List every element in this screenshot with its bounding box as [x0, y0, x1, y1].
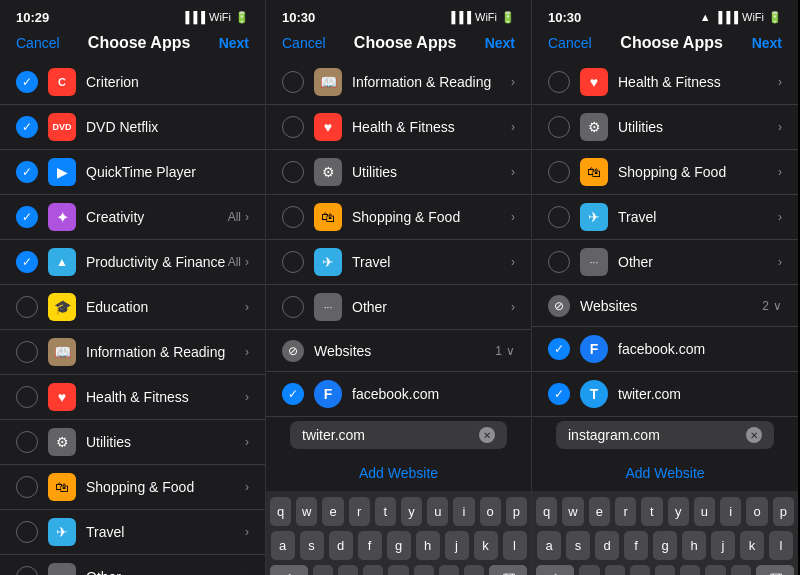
- key-n[interactable]: n: [439, 565, 459, 575]
- next-button-3[interactable]: Next: [752, 35, 782, 51]
- key-c3[interactable]: c: [630, 565, 650, 575]
- list-item[interactable]: 📖 Information & Reading ›: [266, 60, 531, 105]
- key-m[interactable]: m: [464, 565, 484, 575]
- next-button-2[interactable]: Next: [485, 35, 515, 51]
- key-i[interactable]: i: [453, 497, 474, 526]
- key-q3[interactable]: q: [536, 497, 557, 526]
- key-g3[interactable]: g: [653, 531, 677, 560]
- list-item[interactable]: 🛍 Shopping & Food ›: [532, 150, 798, 195]
- check-health-2: [282, 116, 304, 138]
- list-item[interactable]: ✈ Travel ›: [532, 195, 798, 240]
- add-website-button-3[interactable]: Add Website: [532, 457, 798, 491]
- facebook-item-3[interactable]: ✓ F facebook.com: [532, 327, 798, 372]
- key-p[interactable]: p: [506, 497, 527, 526]
- key-delete[interactable]: ⌫: [489, 565, 527, 575]
- key-r3[interactable]: r: [615, 497, 636, 526]
- key-u3[interactable]: u: [694, 497, 715, 526]
- website-input-3[interactable]: instagram.com ✕: [556, 421, 774, 449]
- facebook-item-2[interactable]: ✓ F facebook.com: [266, 372, 531, 417]
- list-item[interactable]: ⚙ Utilities ›: [266, 150, 531, 195]
- websites-count-3: 2: [762, 299, 769, 313]
- key-b[interactable]: b: [414, 565, 434, 575]
- key-e[interactable]: e: [322, 497, 343, 526]
- key-c[interactable]: c: [363, 565, 383, 575]
- key-z[interactable]: z: [313, 565, 333, 575]
- cancel-button-1[interactable]: Cancel: [16, 35, 60, 51]
- key-r[interactable]: r: [349, 497, 370, 526]
- list-item[interactable]: ♥ Health & Fitness ›: [266, 105, 531, 150]
- list-item[interactable]: ✓ ▲ Productivity & Finance All ›: [0, 240, 265, 285]
- cancel-button-3[interactable]: Cancel: [548, 35, 592, 51]
- key-j3[interactable]: j: [711, 531, 735, 560]
- list-item[interactable]: ♥ Health & Fitness ›: [532, 60, 798, 105]
- list-item[interactable]: 🎓 Education ›: [0, 285, 265, 330]
- key-h3[interactable]: h: [682, 531, 706, 560]
- twitter-item-3[interactable]: ✓ T twiter.com: [532, 372, 798, 417]
- key-p3[interactable]: p: [773, 497, 794, 526]
- list-item[interactable]: ✈ Travel ›: [266, 240, 531, 285]
- key-u[interactable]: u: [427, 497, 448, 526]
- list-item[interactable]: ✓ ✦ Creativity All ›: [0, 195, 265, 240]
- list-item[interactable]: ⚙ Utilities ›: [0, 420, 265, 465]
- key-shift[interactable]: ⇧: [270, 565, 308, 575]
- key-q[interactable]: q: [270, 497, 291, 526]
- key-d[interactable]: d: [329, 531, 353, 560]
- key-t[interactable]: t: [375, 497, 396, 526]
- key-a[interactable]: a: [271, 531, 295, 560]
- key-m3[interactable]: m: [731, 565, 751, 575]
- list-item[interactable]: ♥ Health & Fitness ›: [0, 375, 265, 420]
- key-f[interactable]: f: [358, 531, 382, 560]
- key-a3[interactable]: a: [537, 531, 561, 560]
- key-z3[interactable]: z: [579, 565, 599, 575]
- clear-button-3[interactable]: ✕: [746, 427, 762, 443]
- key-shift3[interactable]: ⇧: [536, 565, 574, 575]
- key-i3[interactable]: i: [720, 497, 741, 526]
- key-delete3[interactable]: ⌫: [756, 565, 794, 575]
- websites-item-3[interactable]: ⊘ Websites 2 ∨: [532, 285, 798, 327]
- list-item[interactable]: ✓ DVD DVD Netflix: [0, 105, 265, 150]
- clear-button-2[interactable]: ✕: [479, 427, 495, 443]
- list-item[interactable]: ··· Other ›: [0, 555, 265, 575]
- list-item[interactable]: ✈ Travel ›: [0, 510, 265, 555]
- key-x3[interactable]: x: [605, 565, 625, 575]
- key-s[interactable]: s: [300, 531, 324, 560]
- key-o3[interactable]: o: [746, 497, 767, 526]
- list-item[interactable]: 🛍 Shopping & Food ›: [266, 195, 531, 240]
- key-h[interactable]: h: [416, 531, 440, 560]
- key-e3[interactable]: e: [589, 497, 610, 526]
- websites-item-2[interactable]: ⊘ Websites 1 ∨: [266, 330, 531, 372]
- key-j[interactable]: j: [445, 531, 469, 560]
- key-o[interactable]: o: [480, 497, 501, 526]
- key-v[interactable]: v: [388, 565, 408, 575]
- website-input-2[interactable]: twiter.com ✕: [290, 421, 507, 449]
- key-l3[interactable]: l: [769, 531, 793, 560]
- key-t3[interactable]: t: [641, 497, 662, 526]
- cancel-button-2[interactable]: Cancel: [282, 35, 326, 51]
- key-g[interactable]: g: [387, 531, 411, 560]
- list-item[interactable]: ✓ C Criterion: [0, 60, 265, 105]
- health-icon-3: ♥: [580, 68, 608, 96]
- key-x[interactable]: x: [338, 565, 358, 575]
- list-item[interactable]: ··· Other ›: [532, 240, 798, 285]
- list-item[interactable]: 🛍 Shopping & Food ›: [0, 465, 265, 510]
- key-v3[interactable]: v: [655, 565, 675, 575]
- dvd-icon: DVD: [48, 113, 76, 141]
- key-y[interactable]: y: [401, 497, 422, 526]
- key-w[interactable]: w: [296, 497, 317, 526]
- list-item[interactable]: 📖 Information & Reading ›: [0, 330, 265, 375]
- key-f3[interactable]: f: [624, 531, 648, 560]
- key-n3[interactable]: n: [705, 565, 725, 575]
- key-k3[interactable]: k: [740, 531, 764, 560]
- key-w3[interactable]: w: [562, 497, 583, 526]
- next-button-1[interactable]: Next: [219, 35, 249, 51]
- key-k[interactable]: k: [474, 531, 498, 560]
- key-l[interactable]: l: [503, 531, 527, 560]
- add-website-button-2[interactable]: Add Website: [266, 457, 531, 491]
- key-b3[interactable]: b: [680, 565, 700, 575]
- list-item[interactable]: ··· Other ›: [266, 285, 531, 330]
- key-d3[interactable]: d: [595, 531, 619, 560]
- list-item[interactable]: ⚙ Utilities ›: [532, 105, 798, 150]
- key-s3[interactable]: s: [566, 531, 590, 560]
- key-y3[interactable]: y: [668, 497, 689, 526]
- list-item[interactable]: ✓ ▶ QuickTime Player: [0, 150, 265, 195]
